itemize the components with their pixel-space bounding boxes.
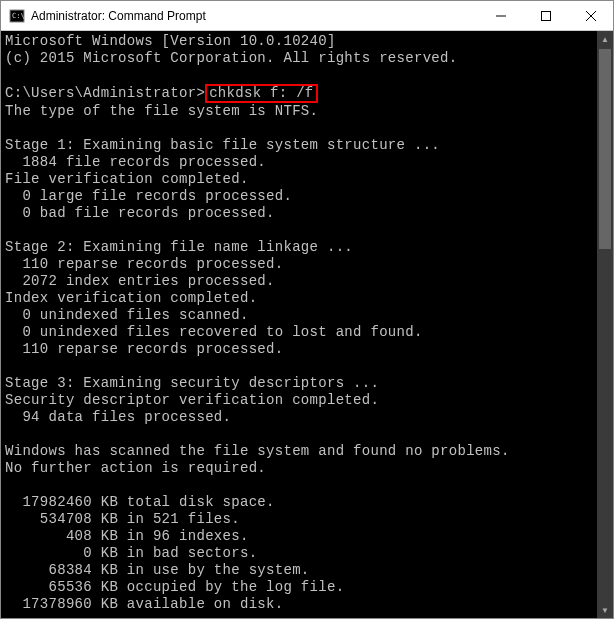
banner-line: (c) 2015 Microsoft Corporation. All righ… xyxy=(5,50,457,66)
output-line: Index verification completed. xyxy=(5,290,257,306)
terminal-output[interactable]: Microsoft Windows [Version 10.0.10240] (… xyxy=(1,31,613,618)
command-prompt-window: C:\ Administrator: Command Prompt Micros… xyxy=(0,0,614,619)
output-line: 110 reparse records processed. xyxy=(5,341,283,357)
output-line: No further action is required. xyxy=(5,460,266,476)
scroll-down-button[interactable]: ▼ xyxy=(597,602,613,618)
titlebar: C:\ Administrator: Command Prompt xyxy=(1,1,613,31)
output-line: 0 unindexed files recovered to lost and … xyxy=(5,324,423,340)
minimize-button[interactable] xyxy=(478,1,523,30)
cmd-icon: C:\ xyxy=(9,8,25,24)
output-line: Security descriptor verification complet… xyxy=(5,392,379,408)
output-line: 0 large file records processed. xyxy=(5,188,292,204)
maximize-button[interactable] xyxy=(523,1,568,30)
output-line: 17378960 KB available on disk. xyxy=(5,596,283,612)
output-line: 1884 file records processed. xyxy=(5,154,266,170)
output-line: Stage 1: Examining basic file system str… xyxy=(5,137,440,153)
close-button[interactable] xyxy=(568,1,613,30)
scrollbar[interactable]: ▲ ▼ xyxy=(597,31,613,618)
window-buttons xyxy=(478,1,613,30)
output-line: File verification completed. xyxy=(5,171,249,187)
output-line: 408 KB in 96 indexes. xyxy=(5,528,249,544)
svg-text:C:\: C:\ xyxy=(12,12,25,20)
output-line: The type of the file system is NTFS. xyxy=(5,103,318,119)
output-line: 0 unindexed files scanned. xyxy=(5,307,249,323)
window-title: Administrator: Command Prompt xyxy=(31,9,478,23)
scroll-thumb[interactable] xyxy=(599,49,611,249)
output-line: 110 reparse records processed. xyxy=(5,256,283,272)
output-line: Stage 3: Examining security descriptors … xyxy=(5,375,379,391)
output-line: 65536 KB occupied by the log file. xyxy=(5,579,344,595)
output-line: Stage 2: Examining file name linkage ... xyxy=(5,239,353,255)
output-line: 68384 KB in use by the system. xyxy=(5,562,310,578)
output-line: 534708 KB in 521 files. xyxy=(5,511,240,527)
output-line: Windows has scanned the file system and … xyxy=(5,443,510,459)
output-line: 2072 index entries processed. xyxy=(5,273,275,289)
output-line: 17982460 KB total disk space. xyxy=(5,494,275,510)
highlighted-command: chkdsk f: /f xyxy=(205,84,317,103)
output-line: 0 KB in bad sectors. xyxy=(5,545,257,561)
prompt: C:\Users\Administrator> xyxy=(5,85,205,101)
output-line: 94 data files processed. xyxy=(5,409,231,425)
scroll-up-button[interactable]: ▲ xyxy=(597,31,613,47)
output-line: 0 bad file records processed. xyxy=(5,205,275,221)
svg-rect-3 xyxy=(541,11,550,20)
banner-line: Microsoft Windows [Version 10.0.10240] xyxy=(5,33,336,49)
